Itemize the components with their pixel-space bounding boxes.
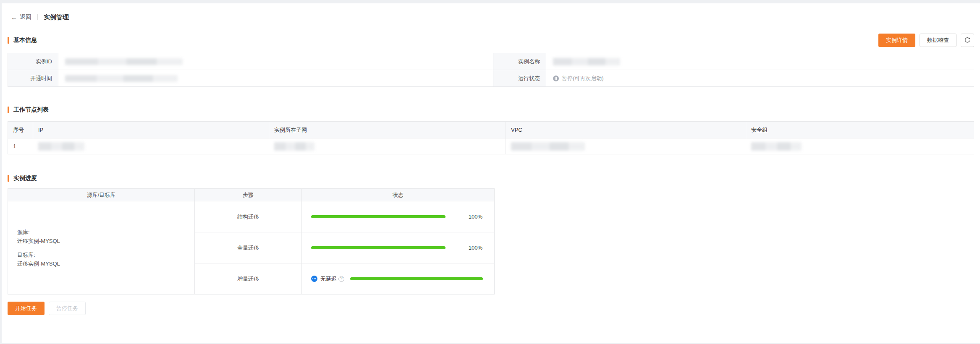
running-icon bbox=[311, 276, 317, 282]
table-header-row: 源库/目标库 步骤 状态 bbox=[8, 189, 495, 201]
instance-name-label: 实例名称 bbox=[493, 53, 546, 70]
step-structure-migration: 结构迁移 bbox=[195, 201, 302, 232]
open-time-value bbox=[58, 70, 493, 87]
start-task-button[interactable]: 开始任务 bbox=[8, 302, 45, 315]
col-step: 步骤 bbox=[195, 189, 302, 201]
basic-info-title-text: 基本信息 bbox=[13, 36, 37, 44]
basic-info-table: 实例ID 实例名称 开通时间 运行状态 bbox=[8, 53, 974, 87]
col-vpc: VPC bbox=[506, 122, 746, 138]
full-migration-status: 100% bbox=[302, 232, 495, 263]
run-status-value: 暂停(可再次启动) bbox=[546, 70, 974, 87]
table-row: 实例ID 实例名称 bbox=[8, 53, 974, 70]
incremental-migration-status: 无延迟 bbox=[302, 263, 495, 294]
redacted-value bbox=[65, 58, 183, 65]
target-db-value: 迁移实例-MYSQL bbox=[17, 259, 194, 268]
progress-title-text: 实例进度 bbox=[13, 175, 37, 182]
instance-detail-button[interactable]: 实例详情 bbox=[878, 34, 915, 47]
worker-nodes-table: 序号 IP 实例所在子网 VPC 安全组 1 bbox=[8, 121, 974, 154]
pause-status-icon bbox=[553, 76, 562, 81]
nav-divider bbox=[37, 14, 38, 20]
progress-table: 源库/目标库 步骤 状态 源库: 迁移实例-MYSQL 目标库: 迁移实例-MY… bbox=[8, 188, 495, 294]
node-ip bbox=[33, 138, 269, 154]
table-row: 开通时间 运行状态 暂停(可再次启动) bbox=[8, 70, 974, 87]
node-subnet bbox=[269, 138, 506, 154]
back-arrow-icon: ← bbox=[11, 14, 17, 21]
structure-migration-status: 100% bbox=[302, 201, 495, 232]
node-index: 1 bbox=[8, 138, 33, 154]
redacted-value bbox=[274, 142, 314, 151]
redacted-value bbox=[65, 75, 178, 82]
node-security-group bbox=[746, 138, 974, 154]
help-icon[interactable] bbox=[338, 276, 344, 282]
section-accent-bar bbox=[8, 107, 9, 113]
progress-title: 实例进度 bbox=[8, 175, 37, 182]
col-source-target-db: 源库/目标库 bbox=[8, 189, 195, 201]
open-time-label: 开通时间 bbox=[8, 70, 58, 87]
col-status: 状态 bbox=[302, 189, 495, 201]
delay-status-text: 无延迟 bbox=[320, 275, 337, 283]
db-info-cell: 源库: 迁移实例-MYSQL 目标库: 迁移实例-MYSQL bbox=[8, 201, 195, 294]
step-incremental-migration: 增量迁移 bbox=[195, 263, 302, 294]
back-label: 返回 bbox=[20, 13, 31, 21]
worker-nodes-header: 工作节点列表 bbox=[8, 106, 974, 114]
section-accent-bar bbox=[8, 37, 9, 44]
data-audit-button[interactable]: 数据稽查 bbox=[920, 34, 956, 47]
col-index: 序号 bbox=[8, 122, 33, 138]
instance-id-value bbox=[58, 53, 493, 70]
source-db-value: 迁移实例-MYSQL bbox=[17, 237, 194, 245]
progress-percent: 100% bbox=[465, 214, 482, 220]
section-accent-bar bbox=[8, 175, 9, 182]
refresh-icon bbox=[964, 37, 971, 44]
col-security-group: 安全组 bbox=[746, 122, 974, 138]
basic-info-header: 基本信息 实例详情 数据稽查 bbox=[8, 34, 974, 47]
redacted-value bbox=[38, 142, 84, 151]
refresh-button[interactable] bbox=[961, 34, 974, 47]
table-header-row: 序号 IP 实例所在子网 VPC 安全组 bbox=[8, 122, 974, 138]
content-card: ← 返回 实例管理 基本信息 实例详情 数据稽查 bbox=[2, 3, 980, 343]
instance-id-label: 实例ID bbox=[8, 53, 58, 70]
worker-nodes-title: 工作节点列表 bbox=[8, 106, 49, 114]
table-row: 源库: 迁移实例-MYSQL 目标库: 迁移实例-MYSQL 结构迁移 100% bbox=[8, 201, 495, 232]
worker-nodes-title-text: 工作节点列表 bbox=[13, 106, 49, 114]
col-subnet: 实例所在子网 bbox=[269, 122, 506, 138]
redacted-value bbox=[751, 142, 802, 151]
spacer bbox=[17, 245, 194, 250]
pause-task-button[interactable]: 暂停任务 bbox=[49, 302, 86, 315]
task-actions: 开始任务 暂停任务 bbox=[8, 302, 974, 315]
instance-name-value bbox=[546, 53, 974, 70]
step-full-migration: 全量迁移 bbox=[195, 232, 302, 263]
basic-info-title: 基本信息 bbox=[8, 36, 37, 44]
progress-header: 实例进度 bbox=[8, 175, 974, 182]
source-db-label: 源库: bbox=[17, 228, 194, 237]
progress-bar bbox=[311, 215, 445, 218]
col-ip: IP bbox=[33, 122, 269, 138]
progress-bar bbox=[350, 277, 483, 280]
header-actions: 实例详情 数据稽查 bbox=[878, 34, 974, 47]
table-row: 1 bbox=[8, 138, 974, 154]
progress-percent: 100% bbox=[465, 245, 482, 251]
breadcrumb: ← 返回 实例管理 bbox=[11, 13, 974, 22]
redacted-value bbox=[511, 142, 585, 151]
progress-bar bbox=[311, 246, 445, 249]
target-db-label: 目标库: bbox=[17, 250, 194, 259]
run-status-label: 运行状态 bbox=[493, 70, 546, 87]
run-status-text: 暂停(可再次启动) bbox=[562, 75, 604, 82]
page-title: 实例管理 bbox=[44, 13, 69, 21]
node-vpc bbox=[506, 138, 746, 154]
back-link[interactable]: ← 返回 bbox=[11, 13, 31, 21]
redacted-value bbox=[553, 58, 620, 65]
